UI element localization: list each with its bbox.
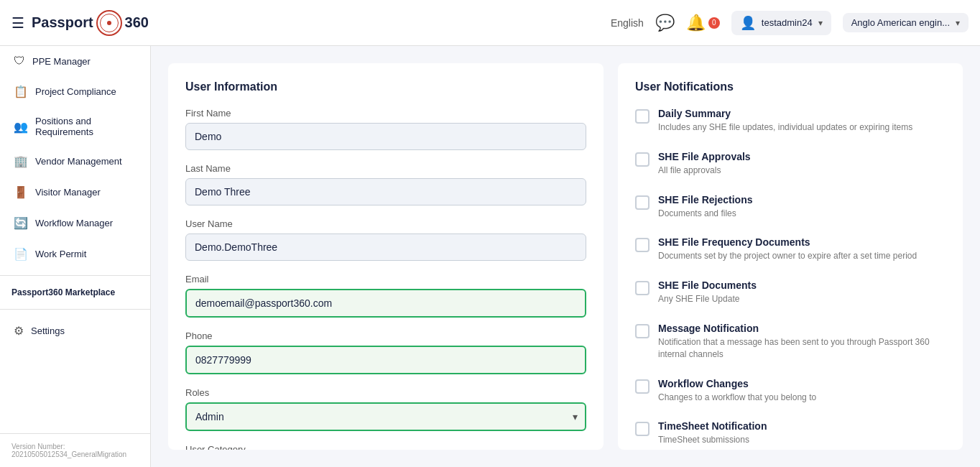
sidebar-item-project-compliance[interactable]: 📋 Project Compliance [0,76,150,107]
notification-content-timesheet-notification: TimeSheet Notification TimeSheet submiss… [658,420,946,446]
sidebar-divider [0,275,150,276]
header-right: English 💬 🔔 0 👤 testadmin24 ▾ Anglo Amer… [611,11,969,35]
phone-label: Phone [185,330,586,341]
notification-desc-she-file-approvals: All file approvals [658,165,946,177]
notification-desc-workflow-changes: Changes to a workflow that you belong to [658,392,946,404]
first-name-group: First Name [185,108,586,150]
sidebar-item-workflow-manager[interactable]: 🔄 Workflow Manager [0,208,150,239]
notification-checkbox-she-file-documents[interactable] [635,281,650,295]
notifications-title: User Notifications [635,80,946,93]
company-menu-button[interactable]: Anglo American engin... ▾ [843,13,969,32]
notification-desc-daily-summary: Includes any SHE file updates, individua… [658,121,946,134]
notification-desc-she-file-frequency: Documents set by the project owner to ex… [658,250,946,262]
notification-checkbox-she-file-approvals[interactable] [635,152,650,167]
logo-container: Passport 360 [32,10,149,36]
notification-item-she-file-rejections: SHE File Rejections Documents and files [635,194,946,223]
user-name-label: User Name [185,218,586,229]
roles-select[interactable]: Admin User Manager [185,402,586,431]
marketplace-label[interactable]: Passport360 Marketplace [0,282,150,303]
language-button[interactable]: English [611,17,644,29]
header-left: ☰ Passport 360 [11,10,149,36]
visitor-manager-label: Visitor Manager [35,187,101,198]
logo-dot [107,21,111,25]
notification-title-message-notification: Message Notification [658,323,946,334]
notification-checkbox-timesheet-notification[interactable] [635,422,650,436]
sidebar-item-vendor-management[interactable]: 🏢 Vendor Management [0,146,150,177]
vendor-management-icon: 🏢 [14,154,28,168]
workflow-manager-label: Workflow Manager [35,218,113,228]
sidebar-item-positions-requirements[interactable]: 👥 Positions and Requirements [0,107,150,146]
settings-icon: ⚙ [14,324,24,338]
work-permit-icon: 📄 [14,247,28,261]
language-label: English [611,17,644,29]
notification-desc-message-notification: Notification that a message has been sen… [658,336,946,361]
notification-title-she-file-rejections: SHE File Rejections [658,194,946,205]
notification-desc-timesheet-notification: TimeSheet submissions [658,434,946,446]
email-group: Email [185,274,586,318]
user-info-title: User Information [185,80,586,93]
sidebar-item-work-permit[interactable]: 📄 Work Permit [0,239,150,269]
notification-checkbox-she-file-frequency[interactable] [635,238,650,252]
notification-checkbox-daily-summary[interactable] [635,109,650,124]
notification-title-she-file-frequency: SHE File Frequency Documents [658,236,946,248]
notifications-button[interactable]: 🔔 0 [686,14,720,32]
notification-item-daily-summary: Daily Summary Includes any SHE file upda… [635,108,946,137]
user-notifications-panel: User Notifications Daily Summary Include… [618,63,963,450]
phone-input[interactable] [185,346,586,374]
sidebar-divider-2 [0,309,150,310]
user-menu-button[interactable]: 👤 testadmin24 ▾ [731,11,831,35]
roles-select-wrapper: Admin User Manager ▾ [185,402,586,431]
app-container: ☰ Passport 360 English 💬 🔔 0 👤 [0,0,980,467]
phone-group: Phone [185,330,586,374]
user-name-input[interactable] [185,234,586,261]
sidebar-item-visitor-manager[interactable]: 🚪 Visitor Manager [0,177,150,208]
notification-item-she-file-approvals: SHE File Approvals All file approvals [635,151,946,180]
split-panel: User Information First Name Last Name Us… [168,63,963,450]
logo-icon [96,10,122,36]
company-name-display: Anglo American engin... [851,17,950,28]
notification-checkbox-workflow-changes[interactable] [635,379,650,394]
positions-requirements-icon: 👥 [14,120,28,134]
notification-item-she-file-documents: SHE File Documents Any SHE File Update [635,279,946,308]
hamburger-icon[interactable]: ☰ [11,14,24,32]
chat-icon: 💬 [655,14,675,32]
notification-content-she-file-approvals: SHE File Approvals All file approvals [658,151,946,177]
project-compliance-icon: 📋 [14,85,28,98]
user-name-group: User Name [185,218,586,261]
sidebar: 🛡 PPE Manager 📋 Project Compliance 👥 Pos… [0,46,151,467]
content-area: User Information First Name Last Name Us… [151,46,980,467]
notification-item-timesheet-notification: TimeSheet Notification TimeSheet submiss… [635,420,946,449]
ppe-manager-icon: 🛡 [14,55,25,68]
bell-icon: 🔔 [686,14,706,32]
header: ☰ Passport 360 English 💬 🔔 0 👤 [0,0,980,46]
chat-button[interactable]: 💬 [655,14,675,32]
logo-sub: 360 [125,14,149,31]
email-label: Email [185,274,586,285]
notification-content-she-file-frequency: SHE File Frequency Documents Documents s… [658,236,946,262]
notification-checkbox-she-file-rejections[interactable] [635,195,650,210]
logo-text: Passport [32,14,93,31]
notification-item-she-file-frequency: SHE File Frequency Documents Documents s… [635,236,946,265]
workflow-manager-icon: 🔄 [14,216,28,230]
notification-content-she-file-rejections: SHE File Rejections Documents and files [658,194,946,220]
visitor-manager-icon: 🚪 [14,185,28,199]
sidebar-item-settings[interactable]: ⚙ Settings [0,315,150,346]
version-number: 20210505012534_GeneralMigration [11,450,139,458]
notification-title-she-file-documents: SHE File Documents [658,279,946,291]
main-layout: 🛡 PPE Manager 📋 Project Compliance 👥 Pos… [0,46,980,467]
last-name-input[interactable] [185,178,586,205]
sidebar-item-ppe-manager[interactable]: 🛡 PPE Manager [0,46,150,76]
notification-title-timesheet-notification: TimeSheet Notification [658,420,946,432]
notification-item-workflow-changes: Workflow Changes Changes to a workflow t… [635,378,946,407]
notification-checkbox-message-notification[interactable] [635,324,650,338]
user-category-group: User Category Client Employee Contractor… [185,444,586,450]
first-name-input[interactable] [185,123,586,150]
notification-content-daily-summary: Daily Summary Includes any SHE file upda… [658,108,946,134]
email-input[interactable] [185,289,586,318]
vendor-management-label: Vendor Management [35,156,122,167]
sidebar-items-container: 🛡 PPE Manager 📋 Project Compliance 👥 Pos… [0,46,150,269]
version-info: Version Number: 20210505012534_GeneralMi… [0,433,150,467]
notification-desc-she-file-documents: Any SHE File Update [658,293,946,305]
company-dropdown-arrow: ▾ [956,18,960,28]
project-compliance-label: Project Compliance [35,86,116,97]
